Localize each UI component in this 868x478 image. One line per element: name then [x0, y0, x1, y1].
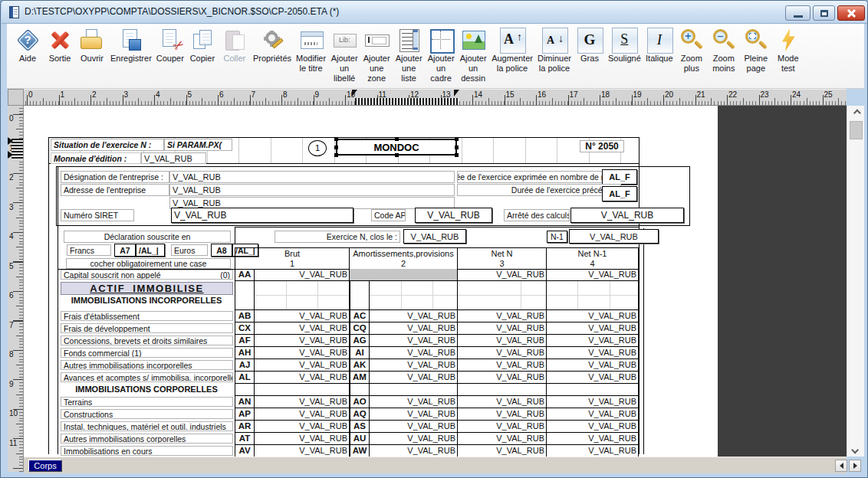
selection-handle[interactable]	[455, 137, 459, 141]
row-amort-cell[interactable]: V_VAL_RUB	[370, 433, 458, 445]
row-label-box[interactable]: Avances et acomptes s/ immobilisa. incor…	[61, 372, 233, 382]
row-net-n-cell[interactable]: V_VAL_RUB	[458, 421, 547, 433]
row-label-box[interactable]: Autres immobilisations incorporelles	[61, 360, 233, 370]
augmenter-la-police-button[interactable]: A↑Augmenter la police	[489, 27, 535, 74]
currency-value-field[interactable]: V_VAL_RUB	[141, 152, 206, 164]
row-net-n1-cell[interactable]: V_VAL_RUB	[547, 433, 639, 445]
row-amort-cell[interactable]: V_VAL_RUB	[370, 372, 458, 384]
souligne-button[interactable]: Souligné	[606, 27, 643, 64]
row-net-n-cell[interactable]: V_VAL_RUB	[458, 408, 547, 421]
row-label-box[interactable]: Fonds commercial (1)	[61, 348, 233, 358]
row-net-n1-cell[interactable]: V_VAL_RUB	[547, 421, 639, 433]
row-net-n1-cell[interactable]: V_VAL_RUB	[547, 322, 639, 335]
scroll-right-button[interactable]	[849, 460, 861, 472]
row-net-n-cell[interactable]: V_VAL_RUB	[458, 445, 547, 457]
ajouter-une-liste-button[interactable]: Ajouter une liste	[393, 27, 425, 83]
row-brut-cell[interactable]: V_VAL_RUB	[255, 322, 350, 335]
corps-tab[interactable]: Corps	[28, 460, 62, 472]
mondoc-selected-field[interactable]: MONDOC	[336, 139, 457, 156]
ajouter-un-cadre-button[interactable]: Ajouter un cadre	[425, 27, 457, 83]
row-label-box[interactable]: Frais d'établissement	[61, 311, 233, 321]
row-amort-cell[interactable]: V_VAL_RUB	[370, 445, 458, 457]
row-brut-cell[interactable]: V_VAL_RUB	[255, 421, 350, 433]
row-amort-cell[interactable]: V_VAL_RUB	[370, 335, 458, 347]
vertical-scrollbar[interactable]	[847, 106, 864, 457]
row-net-n1-cell[interactable]: V_VAL_RUB	[547, 310, 639, 322]
situation-value-field[interactable]: Si PARAM.PX(	[164, 139, 232, 151]
couper-button[interactable]: Couper	[154, 27, 186, 64]
maximize-button[interactable]	[813, 5, 835, 21]
situation-label[interactable]: Situation de l'exercice N :	[51, 139, 164, 151]
row-brut-cell[interactable]: V_VAL_RUB	[255, 433, 350, 445]
zoom-moins-button[interactable]: –Zoom moins	[708, 27, 740, 74]
row-brut-cell[interactable]: V_VAL_RUB	[255, 335, 350, 347]
row-label-box[interactable]: Instal. techniques, matériel et outil. i…	[61, 421, 233, 431]
currency-label[interactable]: Monnaie d'édition :	[51, 152, 141, 164]
selection-handle[interactable]	[395, 153, 399, 157]
proprietes-button[interactable]: Propriétés	[251, 27, 294, 64]
duration-label[interactable]: Durée de l'exercice exprimée en nombre d…	[457, 171, 621, 183]
duration-prev-label[interactable]: Durée de l'exercice précédent	[457, 184, 621, 196]
selection-handle[interactable]	[334, 153, 338, 157]
exercice-value-field[interactable]: V_VAL_RUB	[403, 229, 466, 244]
address-value-field-1[interactable]: V_VAL_RUB	[169, 184, 455, 196]
capital-net-n1-cell[interactable]: V_VAL_RUB	[547, 269, 639, 281]
selection-handle[interactable]	[334, 146, 338, 149]
row-label-box[interactable]: Frais de développement	[61, 323, 233, 333]
ouvrir-button[interactable]: Ouvrir	[76, 27, 108, 64]
mode-test-button[interactable]: Mode test	[772, 27, 804, 74]
gras-button[interactable]: Gras	[574, 27, 606, 64]
page-marker-circle[interactable]: 1	[308, 140, 327, 156]
scroll-up-button[interactable]	[847, 106, 865, 120]
row-net-n-cell[interactable]: V_VAL_RUB	[458, 433, 547, 445]
arrete-label[interactable]: Arrêté des calculs	[504, 209, 570, 221]
row-net-n-cell[interactable]: V_VAL_RUB	[458, 310, 547, 322]
vertical-scrollbar-thumb[interactable]	[850, 121, 863, 139]
row-amort-cell[interactable]: V_VAL_RUB	[370, 310, 458, 322]
close-button[interactable]	[837, 5, 865, 21]
row-net-n-cell[interactable]: V_VAL_RUB	[458, 372, 547, 384]
selection-handle[interactable]	[395, 137, 399, 141]
row-brut-cell[interactable]: V_VAL_RUB	[255, 445, 350, 457]
row-label-box[interactable]: Autres immobilisations corporelles	[61, 434, 233, 444]
row-amort-cell[interactable]: V_VAL_RUB	[370, 322, 458, 335]
row-net-n1-cell[interactable]: V_VAL_RUB	[547, 372, 639, 384]
duration-prev-value-field[interactable]: AL_F	[602, 186, 637, 201]
duration-value-field[interactable]: AL_F	[602, 169, 637, 185]
italique-button[interactable]: Italique	[643, 27, 676, 64]
siret-label[interactable]: Numéro SIRET	[61, 209, 134, 221]
row-brut-cell[interactable]: V_VAL_RUB	[255, 347, 350, 359]
ape-label[interactable]: Code APE	[371, 209, 406, 221]
selection-handle[interactable]	[455, 146, 459, 149]
sortie-button[interactable]: Sortie	[44, 27, 76, 64]
row-brut-cell[interactable]: V_VAL_RUB	[255, 372, 350, 384]
designation-value-field[interactable]: V_VAL_RUB	[169, 171, 455, 183]
scroll-left-button[interactable]	[835, 460, 847, 472]
modifier-le-titre-button[interactable]: Modifier le titre	[294, 27, 328, 74]
n1-label[interactable]: N-1	[547, 231, 567, 243]
row-net-n-cell[interactable]: V_VAL_RUB	[458, 396, 547, 408]
row-label-box[interactable]: Terrains	[61, 397, 233, 407]
form-number[interactable]: N° 2050	[580, 140, 624, 152]
row-net-n1-cell[interactable]: V_VAL_RUB	[547, 445, 639, 457]
row-label-box[interactable]: Concessions, brevets et droits similaire…	[61, 336, 233, 345]
row-brut-cell[interactable]: V_VAL_RUB	[255, 359, 350, 372]
zoom-plus-button[interactable]: +Zoom plus	[676, 27, 708, 74]
row-brut-cell[interactable]: V_VAL_RUB	[255, 396, 350, 408]
capital-brut-cell[interactable]: V_VAL_RUB	[255, 269, 350, 281]
ape-value-field[interactable]: V_VAL_RUB	[415, 208, 492, 223]
selection-handle[interactable]	[455, 153, 459, 157]
ajouter-une-zone-button[interactable]: Ajouter une zone	[360, 27, 393, 83]
siret-value-field[interactable]: V_VAL_RUB	[171, 208, 353, 223]
pleine-page-button[interactable]: Pleine page	[740, 27, 772, 74]
row-net-n-cell[interactable]: V_VAL_RUB	[458, 347, 547, 359]
row-label-box[interactable]: Constructions	[61, 409, 233, 419]
row-brut-cell[interactable]: V_VAL_RUB	[255, 310, 350, 322]
row-amort-cell[interactable]: V_VAL_RUB	[370, 408, 458, 421]
enregistrer-button[interactable]: Enregistrer	[108, 27, 154, 64]
row-amort-cell[interactable]: V_VAL_RUB	[370, 396, 458, 408]
ajouter-un-libelle-button[interactable]: Ajouter un libellé	[328, 27, 360, 83]
minimize-button[interactable]	[785, 5, 810, 21]
row-net-n-cell[interactable]: V_VAL_RUB	[458, 359, 547, 372]
arrete-value-field[interactable]: V_VAL_RUB	[570, 208, 684, 223]
